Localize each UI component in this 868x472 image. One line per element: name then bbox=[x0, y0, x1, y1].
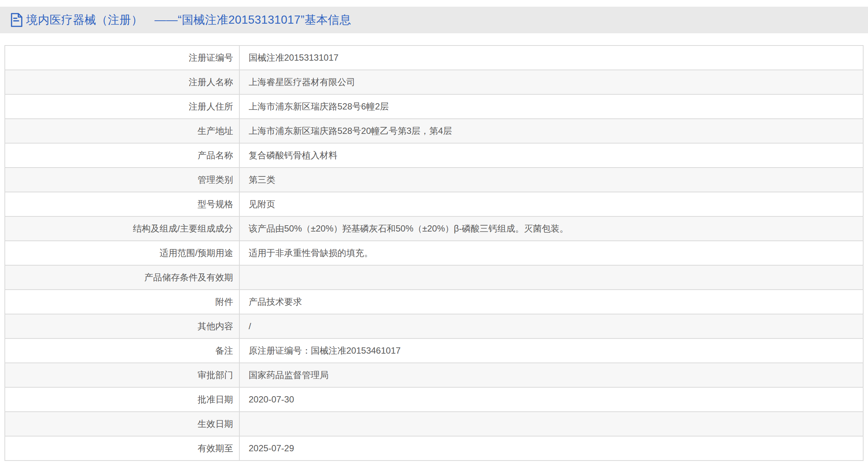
row-label: 产品名称 bbox=[5, 144, 240, 167]
top-margin bbox=[0, 0, 868, 7]
table-row: 注册证编号国械注准20153131017 bbox=[5, 46, 863, 70]
row-value bbox=[240, 412, 863, 436]
document-icon bbox=[10, 13, 23, 27]
row-label: 注册人住所 bbox=[5, 95, 240, 118]
row-label: 注册人名称 bbox=[5, 70, 240, 94]
page-title: 境内医疗器械（注册） ——“国械注准20153131017”基本信息 bbox=[26, 12, 351, 28]
registration-info-table: 注册证编号国械注准20153131017注册人名称上海睿星医疗器材有限公司注册人… bbox=[4, 45, 864, 461]
row-label: 批准日期 bbox=[5, 388, 240, 411]
row-label: 其他内容 bbox=[5, 314, 240, 338]
row-label: 审批部门 bbox=[5, 363, 240, 387]
table-row: 附件产品技术要求 bbox=[5, 290, 863, 314]
table-row: 结构及组成/主要组成成分该产品由50%（±20%）羟基磷灰石和50%（±20%）… bbox=[5, 217, 863, 241]
table-row: 其他内容/ bbox=[5, 314, 863, 339]
row-value: 复合磷酸钙骨植入材料 bbox=[240, 144, 863, 167]
row-value: 见附页 bbox=[240, 192, 863, 216]
table-row: 生效日期 bbox=[5, 412, 863, 436]
row-label: 型号规格 bbox=[5, 192, 240, 216]
row-label: 结构及组成/主要组成成分 bbox=[5, 217, 240, 240]
row-value: 上海市浦东新区瑞庆路528号20幢乙号第3层，第4层 bbox=[240, 119, 863, 143]
table-row: 批准日期2020-07-30 bbox=[5, 388, 863, 412]
table-row: 管理类别第三类 bbox=[5, 168, 863, 192]
table-row: 注册人住所上海市浦东新区瑞庆路528号6幢2层 bbox=[5, 95, 863, 119]
table-row: 适用范围/预期用途适用于非承重性骨缺损的填充。 bbox=[5, 241, 863, 266]
row-value bbox=[240, 266, 863, 289]
row-value: 国械注准20153131017 bbox=[240, 46, 863, 70]
row-label: 备注 bbox=[5, 339, 240, 363]
row-label: 产品储存条件及有效期 bbox=[5, 266, 240, 289]
table-row: 型号规格见附页 bbox=[5, 192, 863, 217]
row-value: 2020-07-30 bbox=[240, 388, 863, 411]
row-value: 适用于非承重性骨缺损的填充。 bbox=[240, 241, 863, 265]
row-label: 管理类别 bbox=[5, 168, 240, 192]
table-row: 生产地址上海市浦东新区瑞庆路528号20幢乙号第3层，第4层 bbox=[5, 119, 863, 144]
row-value: / bbox=[240, 314, 863, 338]
row-label: 附件 bbox=[5, 290, 240, 314]
row-value: 2025-07-29 bbox=[240, 436, 863, 460]
row-label: 注册证编号 bbox=[5, 46, 240, 70]
row-value: 上海市浦东新区瑞庆路528号6幢2层 bbox=[240, 95, 863, 118]
row-label: 生产地址 bbox=[5, 119, 240, 143]
row-value: 上海睿星医疗器材有限公司 bbox=[240, 70, 863, 94]
row-value: 国家药品监督管理局 bbox=[240, 363, 863, 387]
row-label: 生效日期 bbox=[5, 412, 240, 436]
row-value: 该产品由50%（±20%）羟基磷灰石和50%（±20%）β-磷酸三钙组成。灭菌包… bbox=[240, 217, 863, 240]
row-label: 适用范围/预期用途 bbox=[5, 241, 240, 265]
table-row: 产品名称复合磷酸钙骨植入材料 bbox=[5, 144, 863, 168]
table-row: 备注原注册证编号：国械注准20153461017 bbox=[5, 339, 863, 363]
row-value: 产品技术要求 bbox=[240, 290, 863, 314]
section-header: 境内医疗器械（注册） ——“国械注准20153131017”基本信息 bbox=[0, 7, 868, 33]
page-title-group: 境内医疗器械（注册） ——“国械注准20153131017”基本信息 bbox=[10, 12, 351, 28]
row-value: 原注册证编号：国械注准20153461017 bbox=[240, 339, 863, 363]
table-row: 产品储存条件及有效期 bbox=[5, 266, 863, 290]
table-row: 注册人名称上海睿星医疗器材有限公司 bbox=[5, 70, 863, 95]
table-row: 审批部门国家药品监督管理局 bbox=[5, 363, 863, 388]
row-value: 第三类 bbox=[240, 168, 863, 192]
table-row: 有效期至2025-07-29 bbox=[5, 436, 863, 461]
row-label: 有效期至 bbox=[5, 436, 240, 460]
